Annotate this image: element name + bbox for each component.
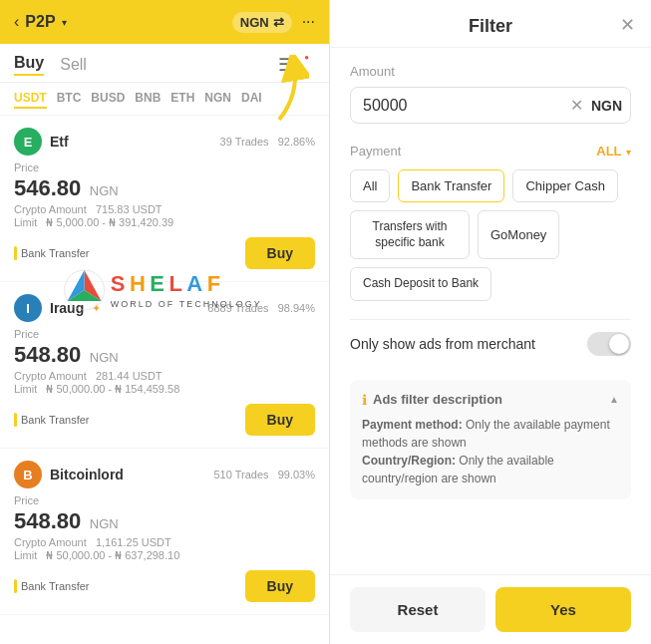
ads-filter-text: Payment method: Only the available payme…: [362, 416, 619, 487]
filter-body: Amount ✕ NGN Payment ALL ▾ All Bank Tran…: [330, 48, 651, 574]
payment-label: Bank Transfer: [21, 414, 89, 426]
merchant-toggle[interactable]: [587, 332, 631, 356]
payment-option-transfers[interactable]: Transfers with specific bank: [350, 210, 470, 259]
seller-name: Bitcoinlord: [50, 467, 124, 483]
payment-badge: Bank Transfer: [14, 413, 89, 427]
all-payment-link[interactable]: ALL ▾: [596, 142, 631, 160]
clear-amount-button[interactable]: ✕: [570, 96, 583, 115]
listing-item: B Bitcoinlord 510 Trades 99.03% Price 54…: [0, 449, 329, 615]
payment-label: Bank Transfer: [21, 580, 89, 592]
crypto-amount: Crypto Amount 281.44 USDT: [14, 370, 315, 382]
filter-footer: Reset Yes: [330, 574, 651, 644]
merchant-toggle-label: Only show ads from merchant: [350, 336, 535, 352]
payment-option-bank-transfer[interactable]: Bank Transfer: [398, 169, 504, 202]
limit-row: Limit ₦ 50,000.00 - ₦ 154,459.58: [14, 383, 315, 396]
reset-button[interactable]: Reset: [350, 587, 486, 632]
price-currency: NGN: [90, 516, 119, 531]
ads-filter-description: ℹ Ads filter description ▲ Payment metho…: [350, 380, 631, 499]
payment-label: Bank Transfer: [21, 247, 89, 259]
transfer-icon: ⇄: [273, 15, 284, 30]
price-value: 548.80: [14, 508, 81, 533]
filter-header: Filter ✕: [330, 0, 651, 48]
notification-dot: ●: [304, 53, 309, 62]
coin-tab-bnb[interactable]: BNB: [135, 89, 161, 109]
amount-label: Amount: [350, 64, 631, 79]
trade-stats: 6889 Trades 98.94%: [207, 302, 315, 314]
payment-section-header: Payment ALL ▾: [350, 142, 631, 160]
p2p-title: P2P: [25, 13, 55, 31]
payment-options: All Bank Transfer Chipper Cash Transfers…: [350, 169, 631, 301]
seller-name: Etf: [50, 134, 69, 150]
buy-button[interactable]: Buy: [245, 404, 315, 436]
seller-name: Iraug: [50, 300, 84, 316]
collapse-icon[interactable]: ▲: [609, 394, 619, 405]
info-icon: ℹ: [362, 392, 367, 408]
amount-input-row: ✕ NGN: [350, 87, 631, 124]
listing-item: I Iraug ✦ 6889 Trades 98.94% Price 548.8…: [0, 282, 329, 449]
listings-container: E Etf 39 Trades 92.86% Price 546.80 NGN …: [0, 116, 329, 644]
crypto-amount: Crypto Amount 1,161.25 USDT: [14, 536, 315, 548]
filter-panel: Filter ✕ Amount ✕ NGN Payment ALL ▾ All: [330, 0, 651, 644]
payment-option-all[interactable]: All: [350, 169, 390, 202]
coin-tabs: USDT BTC BUSD BNB ETH NGN DAI: [0, 83, 329, 116]
coin-tab-dai[interactable]: DAI: [241, 89, 262, 109]
price-value: 548.80: [14, 342, 81, 367]
payment-option-chipper-cash[interactable]: Chipper Cash: [512, 169, 618, 202]
currency-selector[interactable]: NGN ⇄: [232, 12, 292, 33]
avatar: I: [14, 294, 42, 322]
payment-badge: Bank Transfer: [14, 246, 89, 260]
amount-currency: NGN: [591, 98, 622, 114]
buy-button[interactable]: Buy: [245, 570, 315, 602]
price-label: Price: [14, 494, 315, 506]
payment-badge: Bank Transfer: [14, 579, 89, 593]
price-label: Price: [14, 328, 315, 340]
tab-buy[interactable]: Buy: [14, 54, 44, 76]
ads-filter-title: Ads filter description: [373, 392, 502, 407]
more-icon[interactable]: ···: [302, 13, 315, 31]
coin-tab-ngn[interactable]: NGN: [204, 89, 231, 109]
limit-row: Limit ₦ 50,000.00 - ₦ 637,298.10: [14, 549, 315, 562]
price-currency: NGN: [90, 183, 119, 198]
price-currency: NGN: [90, 350, 119, 365]
trade-stats: 39 Trades 92.86%: [220, 136, 315, 148]
payment-option-cash-deposit[interactable]: Cash Deposit to Bank: [350, 267, 491, 301]
avatar: B: [14, 461, 42, 488]
avatar: E: [14, 128, 42, 156]
listing-item: E Etf 39 Trades 92.86% Price 546.80 NGN …: [0, 116, 329, 282]
merchant-toggle-row: Only show ads from merchant: [350, 319, 631, 368]
back-icon[interactable]: ‹: [14, 13, 19, 31]
price-value: 546.80: [14, 175, 81, 200]
filter-close-button[interactable]: ✕: [620, 14, 635, 36]
top-bar: ‹ P2P ▾ NGN ⇄ ···: [0, 0, 329, 44]
ads-filter-header: ℹ Ads filter description ▲: [362, 392, 619, 408]
coin-tab-btc[interactable]: BTC: [57, 89, 82, 109]
price-label: Price: [14, 161, 315, 173]
filter-icon[interactable]: ☰: [278, 54, 294, 76]
amount-input[interactable]: [363, 97, 562, 115]
limit-row: Limit ₦ 5,000.00 - ₦ 391,420.39: [14, 216, 315, 229]
verified-icon: ✦: [92, 302, 101, 315]
coin-tab-usdt[interactable]: USDT: [14, 89, 47, 109]
p2p-panel: ‹ P2P ▾ NGN ⇄ ··· Buy Sell ☰ ● USDT BTC …: [0, 0, 329, 644]
crypto-amount: Crypto Amount 715.83 USDT: [14, 203, 315, 215]
right-panel: Buy USD... Price 55... Filter ✕ Amount ✕…: [329, 0, 651, 644]
tab-sell[interactable]: Sell: [60, 56, 87, 74]
payment-label: Payment: [350, 144, 401, 159]
yes-button[interactable]: Yes: [495, 587, 631, 632]
buy-button[interactable]: Buy: [245, 237, 315, 269]
payment-option-gomoney[interactable]: GoMoney: [478, 210, 559, 259]
filter-title: Filter: [469, 16, 512, 37]
coin-tab-busd[interactable]: BUSD: [91, 89, 125, 109]
trade-stats: 510 Trades 99.03%: [213, 469, 315, 481]
coin-tab-eth[interactable]: ETH: [170, 89, 194, 109]
buy-sell-tabs: Buy Sell ☰ ●: [0, 44, 329, 83]
currency-label: NGN: [240, 15, 269, 30]
toggle-knob: [609, 334, 629, 354]
p2p-dropdown-icon[interactable]: ▾: [62, 17, 67, 28]
